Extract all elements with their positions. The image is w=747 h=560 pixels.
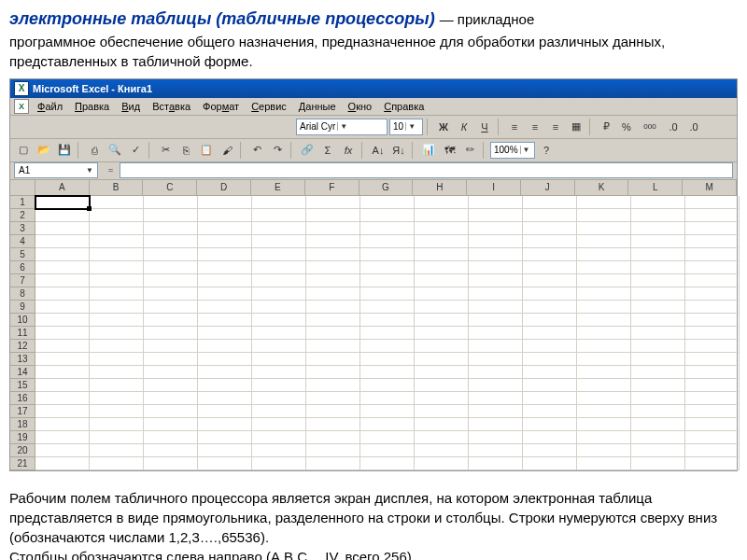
cell[interactable] bbox=[415, 314, 469, 327]
col-header[interactable]: J bbox=[521, 180, 575, 196]
cell[interactable] bbox=[144, 287, 198, 301]
menu-format[interactable]: Формат bbox=[197, 100, 245, 113]
cell[interactable] bbox=[35, 274, 90, 287]
cell[interactable] bbox=[685, 392, 740, 405]
cell[interactable] bbox=[469, 405, 523, 418]
cell[interactable] bbox=[90, 248, 144, 261]
col-header[interactable]: F bbox=[305, 180, 359, 196]
cell[interactable] bbox=[198, 444, 252, 457]
draw-button[interactable]: ✏ bbox=[460, 141, 479, 160]
cell[interactable] bbox=[35, 366, 90, 379]
cell[interactable] bbox=[523, 392, 577, 405]
cell[interactable] bbox=[252, 405, 306, 418]
cell[interactable] bbox=[306, 248, 360, 261]
cell[interactable] bbox=[469, 379, 523, 392]
cell[interactable] bbox=[306, 261, 360, 274]
cell[interactable] bbox=[685, 235, 740, 248]
cell[interactable] bbox=[360, 301, 415, 314]
cell[interactable] bbox=[198, 418, 252, 431]
cell[interactable] bbox=[360, 314, 415, 327]
cell[interactable] bbox=[306, 196, 360, 209]
cell[interactable] bbox=[523, 274, 577, 287]
col-header[interactable]: C bbox=[143, 180, 197, 196]
cell[interactable] bbox=[469, 248, 523, 261]
cell[interactable] bbox=[252, 274, 306, 287]
cell[interactable] bbox=[252, 340, 306, 353]
cell[interactable] bbox=[577, 261, 631, 274]
row-header[interactable]: 19 bbox=[10, 431, 35, 444]
cell[interactable] bbox=[144, 405, 198, 418]
cell[interactable] bbox=[415, 340, 469, 353]
cell[interactable] bbox=[35, 340, 90, 353]
cell[interactable] bbox=[360, 353, 415, 366]
cell[interactable] bbox=[685, 405, 740, 418]
cell[interactable] bbox=[469, 314, 523, 327]
cell[interactable] bbox=[577, 287, 631, 301]
cell[interactable] bbox=[523, 327, 577, 340]
paste-button[interactable]: 📋 bbox=[197, 141, 216, 160]
cell[interactable] bbox=[577, 222, 631, 235]
cell[interactable] bbox=[685, 327, 740, 340]
cell[interactable] bbox=[577, 353, 631, 366]
cell[interactable] bbox=[685, 457, 740, 470]
new-button[interactable]: ▢ bbox=[14, 141, 33, 160]
cell[interactable] bbox=[252, 314, 306, 327]
col-header[interactable]: L bbox=[628, 180, 683, 196]
cell[interactable] bbox=[252, 287, 306, 301]
cell[interactable] bbox=[415, 457, 469, 470]
cell[interactable] bbox=[35, 379, 90, 392]
cell[interactable] bbox=[198, 287, 252, 301]
cell[interactable] bbox=[577, 274, 631, 287]
row-header[interactable]: 6 bbox=[10, 261, 35, 274]
cell[interactable] bbox=[469, 444, 523, 457]
row-header[interactable]: 11 bbox=[10, 327, 35, 340]
cell[interactable] bbox=[198, 457, 252, 470]
cell[interactable] bbox=[35, 353, 90, 366]
copy-button[interactable]: ⎘ bbox=[176, 141, 195, 160]
cell[interactable] bbox=[415, 235, 469, 248]
cell[interactable] bbox=[469, 431, 523, 444]
align-center-button[interactable]: ≡ bbox=[526, 118, 544, 136]
cell[interactable] bbox=[90, 235, 144, 248]
cell[interactable] bbox=[631, 431, 685, 444]
cell[interactable] bbox=[577, 196, 631, 209]
cell[interactable] bbox=[35, 222, 90, 235]
cell[interactable] bbox=[685, 353, 740, 366]
cell[interactable] bbox=[35, 327, 90, 340]
cell[interactable] bbox=[306, 405, 360, 418]
format-painter-button[interactable]: 🖌 bbox=[218, 141, 236, 160]
cell[interactable] bbox=[577, 235, 631, 248]
cell[interactable] bbox=[685, 444, 740, 457]
row-header[interactable]: 14 bbox=[10, 366, 35, 379]
cell[interactable] bbox=[685, 209, 740, 222]
cell[interactable] bbox=[415, 301, 469, 314]
cell[interactable] bbox=[577, 366, 631, 379]
cell[interactable] bbox=[198, 261, 252, 274]
cell[interactable] bbox=[523, 457, 577, 470]
cell[interactable] bbox=[306, 444, 360, 457]
cell[interactable] bbox=[631, 444, 685, 457]
cell[interactable] bbox=[198, 248, 252, 261]
cell[interactable] bbox=[306, 287, 360, 301]
cell[interactable] bbox=[252, 379, 306, 392]
cell[interactable] bbox=[360, 444, 415, 457]
cell[interactable] bbox=[35, 418, 90, 431]
cell[interactable] bbox=[35, 392, 90, 405]
percent-button[interactable]: % bbox=[617, 118, 636, 136]
cell[interactable] bbox=[360, 261, 415, 274]
cell[interactable] bbox=[252, 366, 306, 379]
menu-data[interactable]: Данные bbox=[293, 100, 342, 113]
cell[interactable] bbox=[252, 327, 306, 340]
cell[interactable] bbox=[144, 366, 198, 379]
cell[interactable] bbox=[415, 431, 469, 444]
menu-edit[interactable]: Правка bbox=[69, 100, 115, 113]
cell[interactable] bbox=[252, 209, 306, 222]
cell[interactable] bbox=[198, 196, 252, 209]
row-header[interactable]: 16 bbox=[10, 392, 35, 405]
cell[interactable] bbox=[144, 209, 198, 222]
cell[interactable] bbox=[90, 327, 144, 340]
cell[interactable] bbox=[631, 405, 685, 418]
cell[interactable] bbox=[198, 209, 252, 222]
row-header[interactable]: 20 bbox=[10, 444, 35, 457]
cell[interactable] bbox=[631, 392, 685, 405]
